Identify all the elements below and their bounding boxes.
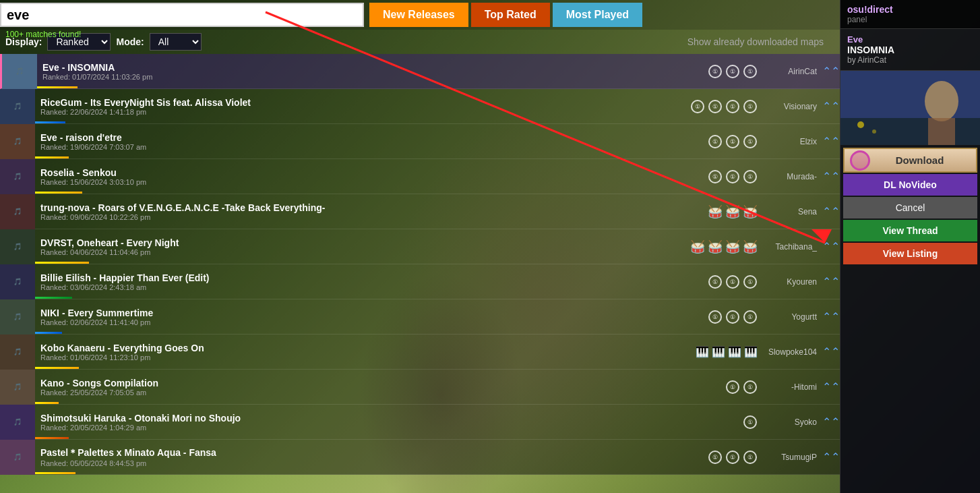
diff-icon: ① [743, 451, 757, 464]
drum-icon: 🥁 [690, 239, 705, 254]
cancel-button[interactable]: Cancel [843, 197, 977, 219]
diff-icon: ① [743, 170, 757, 183]
up-arrow-7[interactable]: ⌃⌃ [822, 277, 840, 287]
mapper-name-5: Sena [763, 207, 817, 216]
svg-point-7 [857, 121, 864, 128]
diff-icon: ① [726, 170, 739, 183]
tab-top-rated[interactable]: Top Rated [471, 3, 550, 27]
song-info-11: Shimotsuki Haruka - Otonaki Mori no Shou… [35, 410, 743, 434]
drum-icon: 🥁 [708, 239, 723, 254]
diff-icon: ① [708, 451, 722, 464]
diff-icon: ① [708, 170, 722, 183]
osu-direct-panel: osu!direct panel Eve INSOMNIA by AirinCa… [840, 0, 980, 493]
drum-icon: 🥁 [725, 204, 740, 219]
song-thumbnail-8: 🎵 [0, 299, 35, 335]
song-date-1: Ranked: 01/07/2024 11:03:26 pm [42, 73, 702, 81]
diff-icon: ① [743, 135, 757, 148]
song-thumbnail-9: 🎵 [0, 335, 35, 370]
drum-icon: 🥁 [725, 239, 740, 254]
diff-icon: ① [708, 100, 722, 113]
song-item-12[interactable]: 🎵 Pastel＊Palettes x Minato Aqua - Fansa … [0, 440, 840, 475]
song-item-5[interactable]: 🎵 trung-nova - Roars of V.E.N.G.E.A.N.C.… [0, 194, 840, 229]
up-arrow-8[interactable]: ⌃⌃ [822, 312, 840, 322]
song-date-5: Ranked: 09/06/2024 10:22:26 pm [40, 213, 702, 221]
up-arrow-11[interactable]: ⌃⌃ [822, 417, 840, 428]
dl-novideo-button[interactable]: DL NoVideo [843, 174, 977, 196]
song-item-8[interactable]: 🎵 NIKI - Every Summertime Ranked: 02/06/… [0, 299, 840, 335]
song-diffs-5: 🥁 🥁 🥁 [708, 204, 758, 219]
song-date-8: Ranked: 02/06/2024 11:41:40 pm [40, 318, 702, 326]
song-info-4: Roselia - Senkou Ranked: 15/06/2024 3:03… [35, 165, 708, 189]
song-thumbnail-11: 🎵 [0, 405, 35, 440]
song-thumbnail-12: 🎵 [0, 440, 35, 475]
mapper-name-11: Syoko [763, 417, 817, 427]
up-arrow-6[interactable]: ⌃⌃ [822, 241, 840, 252]
song-diffs-9: 🎹 🎹 🎹 🎹 [696, 345, 758, 358]
drum-icon: 🥁 [743, 239, 758, 254]
song-diffs-8: ① ① ① [708, 310, 758, 324]
song-thumbnail-7: 🎵 [0, 264, 35, 299]
diff-icon: ① [726, 380, 739, 394]
view-listing-button[interactable]: View Listing [843, 243, 977, 264]
mapper-name-1: AirinCat [763, 67, 817, 76]
mapper-name-10: -Hitomi [763, 382, 817, 392]
up-arrow-2[interactable]: ⌃⌃ [822, 101, 840, 112]
diff-icon: ① [743, 310, 757, 324]
song-item-3[interactable]: 🎵 Eve - raison d'etre Ranked: 19/06/2024… [0, 124, 840, 159]
song-date-4: Ranked: 15/06/2024 3:03:10 pm [40, 178, 702, 186]
drum-icon: 🥁 [743, 204, 758, 219]
up-arrow-12[interactable]: ⌃⌃ [822, 452, 840, 463]
diff-icon: ① [743, 65, 757, 78]
up-arrow-10[interactable]: ⌃⌃ [822, 382, 840, 393]
song-diffs-12: ① ① ① [708, 450, 758, 465]
view-thread-button[interactable]: View Thread [843, 220, 977, 241]
song-thumbnail-3: 🎵 [0, 124, 35, 159]
piano-icon: 🎹 [728, 345, 741, 358]
song-title-12: Pastel＊Palettes x Minato Aqua - Fansa [40, 447, 702, 459]
mapper-name-9: Slowpoke104 [763, 347, 817, 357]
rating-bar-8 [35, 332, 62, 334]
song-info-7: Billie Eilish - Happier Than Ever (Edit)… [35, 270, 708, 294]
song-info-5: trung-nova - Roars of V.E.N.G.E.A.N.C.E … [35, 200, 708, 224]
song-item-1[interactable]: 🎵 Eve - INSOMNIA Ranked: 01/07/2024 11:0… [0, 54, 840, 89]
song-date-6: Ranked: 04/06/2024 11:04:46 pm [40, 248, 685, 256]
up-arrow-9[interactable]: ⌃⌃ [822, 347, 840, 357]
song-item-4[interactable]: 🎵 Roselia - Senkou Ranked: 15/06/2024 3:… [0, 159, 840, 194]
up-arrow-3[interactable]: ⌃⌃ [822, 136, 840, 147]
up-arrow-1[interactable]: ⌃⌃ [822, 66, 840, 77]
piano-icon: 🎹 [712, 345, 725, 358]
rating-bar-11 [35, 437, 69, 439]
up-arrow-4[interactable]: ⌃⌃ [822, 171, 840, 182]
song-title-9: Kobo Kanaeru - Everything Goes On [40, 343, 690, 353]
rating-bar-6 [35, 262, 89, 264]
mode-select[interactable]: All osu! Taiko Catch Mania [150, 33, 202, 51]
tab-most-played[interactable]: Most Played [553, 3, 642, 27]
song-item-9[interactable]: 🎵 Kobo Kanaeru - Everything Goes On Rank… [0, 335, 840, 370]
rating-bar-4 [35, 192, 82, 194]
diff-icon: ① [743, 275, 757, 289]
song-info-1: Eve - INSOMNIA Ranked: 01/07/2024 11:03:… [37, 59, 708, 84]
search-input[interactable]: eve [0, 3, 364, 27]
diff-icon: ① [743, 415, 757, 429]
svg-point-8 [872, 129, 876, 134]
up-arrow-5[interactable]: ⌃⌃ [822, 206, 840, 217]
song-info-2: RiceGum - Its EveryNight Sis feat. Aliss… [35, 94, 690, 119]
piano-icon: 🎹 [744, 345, 758, 358]
download-button[interactable]: Download [843, 148, 977, 173]
song-info-9: Kobo Kanaeru - Everything Goes On Ranked… [35, 340, 696, 364]
song-preview-image [840, 71, 980, 145]
rating-bar-9 [35, 367, 79, 369]
osu-direct-header: osu!direct panel [840, 0, 980, 29]
tab-new-releases[interactable]: New Releases [369, 3, 468, 27]
svg-point-5 [925, 81, 958, 121]
song-item-7[interactable]: 🎵 Billie Eilish - Happier Than Ever (Edi… [0, 264, 840, 299]
preview-character [840, 71, 980, 145]
song-item-6[interactable]: 🎵 DVRST, Oneheart - Every Night Ranked: … [0, 229, 840, 264]
song-diffs-11: ① [743, 415, 758, 430]
song-item-2[interactable]: 🎵 RiceGum - Its EveryNight Sis feat. Ali… [0, 89, 840, 124]
matches-text: 100+ matches found! [5, 30, 81, 39]
song-item-11[interactable]: 🎵 Shimotsuki Haruka - Otonaki Mori no Sh… [0, 405, 840, 440]
song-thumbnail-5: 🎵 [0, 194, 35, 229]
song-item-10[interactable]: 🎵 Kano - Songs Compilation Ranked: 25/05… [0, 370, 840, 405]
mapper-name-7: Kyouren [763, 277, 817, 287]
